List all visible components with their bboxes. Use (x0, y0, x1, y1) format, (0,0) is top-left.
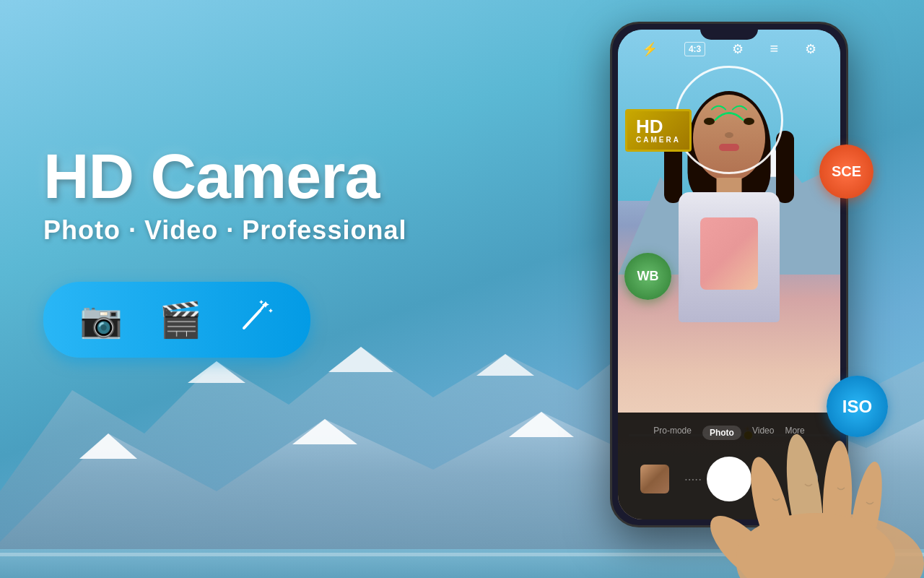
svg-line-11 (244, 311, 260, 328)
sce-badge: SCE (819, 144, 873, 199)
menu-icon[interactable]: ≡ (770, 40, 778, 57)
app-title: HD Camera (43, 144, 476, 208)
svg-marker-1 (188, 361, 245, 383)
magic-feature-icon (238, 298, 274, 342)
left-content: HD Camera Photo · Video · Professional 📷… (43, 144, 476, 358)
aspect-ratio[interactable]: 4:3 (684, 42, 705, 56)
hd-logo: HD CAMERA (625, 109, 692, 152)
wb-badge: WB (624, 253, 671, 300)
hd-logo-camera-text: CAMERA (636, 136, 681, 144)
gallery-thumb[interactable] (640, 465, 669, 493)
video-feature-icon: 🎬 (159, 300, 202, 340)
filter-icon[interactable]: ⚙ (732, 41, 744, 57)
settings-icon[interactable]: ⚙ (805, 41, 816, 57)
phone-notch (700, 24, 758, 40)
camera-feature-icon: 📷 (79, 300, 123, 340)
flash-icon[interactable]: ⚡ (642, 41, 658, 57)
hd-logo-hd-text: HD (636, 117, 681, 136)
iso-badge: ISO (827, 376, 888, 437)
feature-pill[interactable]: 📷 🎬 (43, 282, 310, 358)
camera-top-bar: ⚡ 4:3 ⚙ ≡ ⚙ (618, 40, 840, 57)
phone-area: WB SCE ISO (578, 22, 881, 556)
hand-svg (686, 275, 924, 578)
app-subtitle: Photo · Video · Professional (43, 215, 476, 246)
